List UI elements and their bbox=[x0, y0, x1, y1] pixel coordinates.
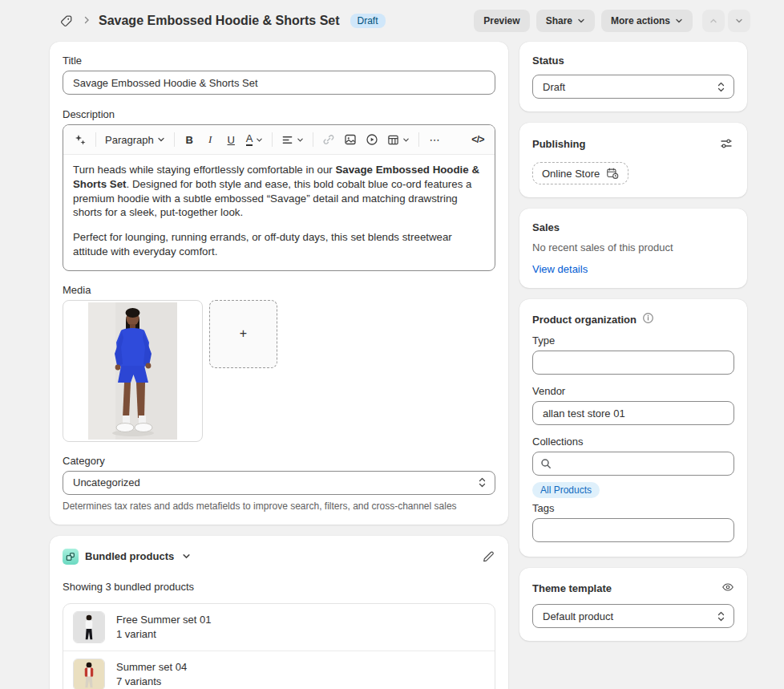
toolbar-divider bbox=[272, 132, 273, 147]
sales-card: Sales No recent sales of this product Vi… bbox=[519, 209, 747, 288]
description-paragraph: Turn heads while staying effortlessly co… bbox=[73, 163, 485, 220]
image-icon bbox=[344, 133, 357, 146]
bundle-item-name: Free Summer set 01 bbox=[116, 614, 212, 626]
stepper-icon bbox=[478, 477, 487, 488]
editor-toolbar: Paragraph B I U A bbox=[63, 125, 495, 155]
product-details-card: Title Description Paragraph B I bbox=[50, 42, 508, 525]
alignment-button[interactable] bbox=[277, 129, 308, 150]
link-button[interactable] bbox=[318, 129, 339, 150]
online-store-channel-chip[interactable]: Online Store bbox=[532, 162, 628, 184]
organization-title: Product organization bbox=[532, 314, 636, 326]
chevron-down-icon bbox=[577, 17, 585, 25]
manage-publishing-button[interactable] bbox=[718, 136, 734, 152]
sliders-icon bbox=[720, 137, 733, 150]
previous-product-button[interactable] bbox=[702, 10, 725, 32]
page-title: Savage Embossed Hoodie & Shorts Set bbox=[99, 14, 340, 28]
bundle-item-name: Summer set 04 bbox=[116, 661, 187, 673]
chevron-down-icon bbox=[735, 17, 743, 25]
vendor-input[interactable] bbox=[532, 401, 734, 425]
publishing-title: Publishing bbox=[532, 138, 585, 150]
toolbar-divider bbox=[95, 132, 96, 147]
chevron-down-icon bbox=[157, 136, 165, 144]
collapse-section-button[interactable] bbox=[180, 550, 192, 562]
add-media-tile[interactable]: + bbox=[209, 300, 277, 368]
bundle-item-row[interactable]: Summer set 04 7 variants bbox=[63, 650, 495, 689]
eye-icon[interactable] bbox=[721, 581, 734, 596]
description-editor: Paragraph B I U A bbox=[63, 124, 495, 271]
vendor-label: Vendor bbox=[532, 385, 734, 397]
plus-icon: + bbox=[240, 326, 247, 341]
table-icon bbox=[387, 134, 399, 146]
italic-button[interactable]: I bbox=[200, 129, 220, 150]
bundle-item-variants: 7 variants bbox=[116, 675, 187, 687]
product-photo-image bbox=[88, 302, 177, 440]
bundle-item-variants: 1 variant bbox=[116, 628, 212, 640]
paragraph-style-dropdown[interactable]: Paragraph bbox=[101, 129, 169, 150]
category-select[interactable]: Uncategorized bbox=[63, 471, 495, 495]
bundle-header: Bundled products bbox=[63, 549, 495, 565]
sales-title: Sales bbox=[532, 221, 734, 233]
publishing-card: Publishing Online Store bbox=[519, 123, 747, 197]
insert-video-button[interactable] bbox=[362, 129, 382, 150]
tags-input[interactable] bbox=[532, 518, 734, 542]
more-actions-button[interactable]: More actions bbox=[601, 10, 693, 32]
bundle-item-row[interactable]: Free Summer set 01 1 variant bbox=[63, 604, 495, 650]
view-details-link[interactable]: View details bbox=[532, 263, 588, 275]
chevron-down-icon bbox=[182, 552, 191, 561]
description-paragraph: Perfect for lounging, running errands, o… bbox=[73, 230, 485, 259]
tags-label: Tags bbox=[532, 502, 734, 514]
bundle-item-thumbnail bbox=[73, 611, 105, 643]
share-button[interactable]: Share bbox=[536, 10, 595, 32]
products-tag-icon[interactable] bbox=[58, 13, 75, 30]
media-gallery: + bbox=[63, 300, 495, 442]
header-actions: Preview Share More actions bbox=[474, 10, 750, 32]
product-photo[interactable] bbox=[63, 300, 203, 442]
insert-image-button[interactable] bbox=[340, 129, 361, 150]
theme-template-card: Theme template Default product bbox=[519, 568, 747, 641]
preview-button[interactable]: Preview bbox=[474, 10, 529, 32]
search-icon bbox=[540, 458, 552, 472]
magic-sparkle-icon[interactable] bbox=[70, 129, 91, 150]
theme-template-title: Theme template bbox=[532, 582, 612, 594]
status-badge: Draft bbox=[350, 14, 386, 28]
collections-search-input[interactable] bbox=[532, 452, 734, 476]
sales-message: No recent sales of this product bbox=[532, 241, 734, 253]
title-input[interactable] bbox=[63, 71, 495, 95]
toolbar-divider bbox=[174, 132, 175, 147]
bold-button[interactable]: B bbox=[180, 129, 200, 150]
description-content[interactable]: Turn heads while staying effortlessly co… bbox=[63, 155, 495, 270]
edit-bundle-button[interactable] bbox=[480, 549, 495, 564]
info-icon[interactable] bbox=[642, 312, 654, 326]
stepper-icon bbox=[717, 611, 725, 622]
align-left-icon bbox=[281, 134, 293, 146]
collections-label: Collections bbox=[532, 436, 734, 448]
play-circle-icon bbox=[366, 133, 378, 146]
status-card: Status Draft bbox=[519, 42, 747, 111]
bundle-count-text: Showing 3 bundled products bbox=[63, 581, 495, 593]
collection-chip[interactable]: All Products bbox=[532, 482, 600, 498]
more-formatting-button[interactable]: ⋯ bbox=[424, 129, 444, 150]
status-select[interactable]: Draft bbox=[532, 75, 734, 99]
text-color-button[interactable]: A bbox=[242, 129, 268, 150]
next-product-button[interactable] bbox=[728, 10, 750, 32]
category-help-text: Determines tax rates and adds metafields… bbox=[63, 501, 495, 512]
breadcrumb: Savage Embossed Hoodie & Shorts Set Draf… bbox=[58, 13, 386, 30]
description-label: Description bbox=[63, 108, 495, 120]
title-label: Title bbox=[63, 55, 495, 67]
toolbar-divider bbox=[418, 132, 419, 147]
bundle-title: Bundled products bbox=[85, 550, 174, 562]
underline-button[interactable]: U bbox=[221, 129, 241, 150]
pencil-icon bbox=[482, 550, 494, 562]
table-button[interactable] bbox=[383, 129, 414, 150]
chevron-down-icon bbox=[402, 136, 410, 144]
chevron-down-icon bbox=[256, 136, 263, 144]
theme-template-select[interactable]: Default product bbox=[532, 604, 734, 628]
link-icon bbox=[322, 133, 335, 146]
type-label: Type bbox=[532, 334, 734, 347]
chevron-down-icon bbox=[675, 17, 683, 25]
type-input[interactable] bbox=[532, 351, 734, 375]
bundle-app-icon bbox=[63, 549, 79, 565]
bundle-list: Free Summer set 01 1 variant Summer set … bbox=[63, 603, 495, 689]
chevron-right-icon bbox=[82, 15, 91, 27]
show-html-button[interactable]: </> bbox=[467, 129, 488, 150]
